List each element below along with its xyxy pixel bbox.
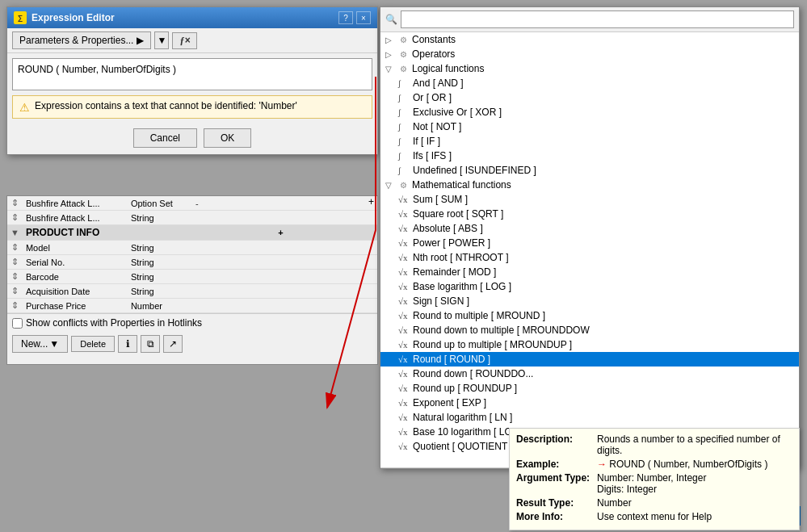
expand-icon: ▽ (385, 65, 397, 73)
function-browser-panel: 🔍 ▷⚙Constants▷⚙Operators▽⚙Logical functi… (380, 6, 800, 469)
row-arrow: ⇕ (7, 211, 23, 225)
prop-type: String (128, 241, 192, 255)
function-tree[interactable]: ▷⚙Constants▷⚙Operators▽⚙Logical function… (380, 32, 799, 468)
func-icon: ∫ (398, 108, 410, 117)
row-arrow: ⇕ (7, 270, 23, 284)
dialog-title-text: Expression Editor (32, 12, 115, 23)
tree-item-nthroot[interactable]: √xNth root [ NTHROOT ] (380, 250, 799, 265)
tree-item-label: Constants (412, 34, 456, 45)
tree-item-abs[interactable]: √xAbsolute [ ABS ] (380, 221, 799, 236)
sqrt-icon: √x (398, 267, 410, 277)
tree-item-label: Undefined [ ISUNDEFINED ] (413, 165, 536, 176)
search-input[interactable] (401, 10, 794, 28)
tree-item-label: Remainder [ MOD ] (413, 266, 496, 278)
prop-name: Bushfire Attack L... (23, 196, 128, 211)
sqrt-icon: √x (398, 369, 410, 379)
error-text: Expression contains a text that cannot b… (35, 100, 297, 111)
tree-item-label: Ifs [ IFS ] (413, 150, 452, 161)
tree-item-mrounddown[interactable]: √xRound down to multiple [ MROUNDDOW (380, 323, 799, 337)
tree-item-exp[interactable]: √xExponent [ EXP ] (380, 396, 799, 410)
conflicts-label: Show conflicts with Properties in Hotlin… (26, 317, 202, 329)
tree-item-label: Mathematical functions (412, 179, 511, 191)
prop-value (192, 255, 275, 270)
tree-item-roundup[interactable]: √xRound up [ ROUNDUP ] (380, 381, 799, 396)
params-properties-button[interactable]: Parameters & Properties... ▶ (12, 31, 151, 49)
tree-item-sum[interactable]: √xSum [ SUM ] (380, 192, 799, 207)
conflicts-checkbox[interactable] (12, 318, 23, 329)
params-arrow-icon: ▶ (137, 35, 144, 46)
tree-item-power[interactable]: √xPower [ POWER ] (380, 236, 799, 250)
new-button[interactable]: New... ▼ (12, 335, 68, 353)
prop-name: Acquisition Date (23, 284, 128, 299)
cancel-button[interactable]: Cancel (133, 128, 197, 148)
new-dropdown-icon: ▼ (49, 338, 59, 350)
tree-item-label: Round down to multiple [ MROUNDDOW (413, 325, 590, 336)
tree-item-xor[interactable]: ∫Exclusive Or [ XOR ] (380, 105, 799, 119)
prop-type: String (128, 270, 192, 284)
sqrt-icon: √x (398, 413, 410, 422)
add-row-button[interactable]: + (368, 196, 374, 207)
import-icon-button[interactable]: ↗ (163, 335, 183, 353)
help-button[interactable]: ? (338, 11, 353, 24)
result-label: Result Type: (516, 497, 597, 509)
prop-name: Bushfire Attack L... (23, 211, 128, 225)
add-section-btn[interactable]: + (275, 225, 377, 241)
toolbar-dropdown-button[interactable]: ▼ (154, 31, 169, 49)
fx-button[interactable]: ƒ× (172, 32, 197, 49)
tree-item-label: Nth root [ NTHROOT ] (413, 252, 508, 263)
ok-button[interactable]: OK (204, 128, 251, 148)
func-icon: ∫ (398, 152, 410, 161)
tree-item-label: Power [ POWER ] (413, 237, 490, 249)
new-label: New... (21, 338, 48, 350)
tree-item-sqrt[interactable]: √xSquare root [ SQRT ] (380, 207, 799, 221)
close-button[interactable]: × (356, 11, 371, 24)
tree-item-label: Operators (412, 48, 455, 60)
tree-item-constants[interactable]: ▷⚙Constants (380, 32, 799, 47)
func-icon: ∫ (398, 79, 410, 88)
tree-item-not[interactable]: ∫Not [ NOT ] (380, 119, 799, 134)
tree-item-log[interactable]: √xBase logarithm [ LOG ] (380, 279, 799, 294)
tree-item-and[interactable]: ∫And [ AND ] (380, 76, 799, 90)
sqrt-icon: √x (398, 340, 410, 350)
tree-item-operators[interactable]: ▷⚙Operators (380, 47, 799, 61)
sqrt-icon: √x (398, 442, 410, 451)
info-icon-button[interactable]: ℹ (118, 335, 137, 353)
tree-item-if[interactable]: ∫If [ IF ] (380, 134, 799, 149)
delete-button[interactable]: Delete (71, 336, 115, 352)
tree-item-rounddown[interactable]: √xRound down [ ROUNDDO... (380, 367, 799, 381)
desc-label: Description: (516, 434, 597, 456)
tree-item-label: Exclusive Or [ XOR ] (413, 107, 502, 118)
dropdown-arrow-icon: ▼ (157, 35, 166, 46)
tree-item-mround[interactable]: √xRound to multiple [ MROUND ] (380, 308, 799, 323)
dialog-toolbar: Parameters & Properties... ▶ ▼ ƒ× (7, 28, 377, 53)
sqrt-icon: √x (398, 296, 410, 306)
expand-icon: ▷ (385, 36, 397, 44)
tree-item-ln[interactable]: √xNatural logarithm [ LN ] (380, 410, 799, 425)
tree-item-label: Round to multiple [ MROUND ] (413, 310, 545, 321)
sqrt-icon: √x (398, 282, 410, 291)
expression-input[interactable]: ROUND ( Number, NumberOfDigits ) (12, 58, 372, 90)
tree-item-label: Quotient [ QUOTIENT ] (413, 441, 513, 452)
row-arrow: ⇕ (7, 299, 23, 313)
row-arrow: ⇕ (7, 255, 23, 270)
tree-item-or[interactable]: ∫Or [ OR ] (380, 90, 799, 105)
arg-type-value: Number: Number, Integer Digits: Integer (597, 472, 792, 495)
copy-icon-button[interactable]: ⧉ (141, 335, 160, 353)
tree-item-isundef[interactable]: ∫Undefined [ ISUNDEFINED ] (380, 163, 799, 178)
tree-item-sign[interactable]: √xSign [ SIGN ] (380, 294, 799, 308)
expand-icon: ▷ (385, 50, 397, 59)
tree-item-round[interactable]: √xRound [ ROUND ] (380, 352, 799, 367)
tree-item-math[interactable]: ▽⚙Mathematical functions (380, 178, 799, 192)
tree-item-mod[interactable]: √xRemainder [ MOD ] (380, 265, 799, 279)
tree-item-logical[interactable]: ▽⚙Logical functions (380, 61, 799, 76)
sqrt-icon: √x (398, 325, 410, 335)
tree-item-ifs[interactable]: ∫Ifs [ IFS ] (380, 149, 799, 163)
tree-item-label: Absolute [ ABS ] (413, 223, 483, 234)
tree-item-label: Round up [ ROUNDUP ] (413, 383, 517, 394)
sqrt-icon: √x (398, 195, 410, 204)
tree-item-label: Not [ NOT ] (413, 121, 461, 132)
tree-item-mroundup[interactable]: √xRound up to multiple [ MROUNDUP ] (380, 337, 799, 352)
tree-item-label: And [ AND ] (413, 77, 464, 89)
prop-value (192, 241, 275, 255)
conflicts-checkbox-label[interactable]: Show conflicts with Properties in Hotlin… (12, 317, 202, 329)
